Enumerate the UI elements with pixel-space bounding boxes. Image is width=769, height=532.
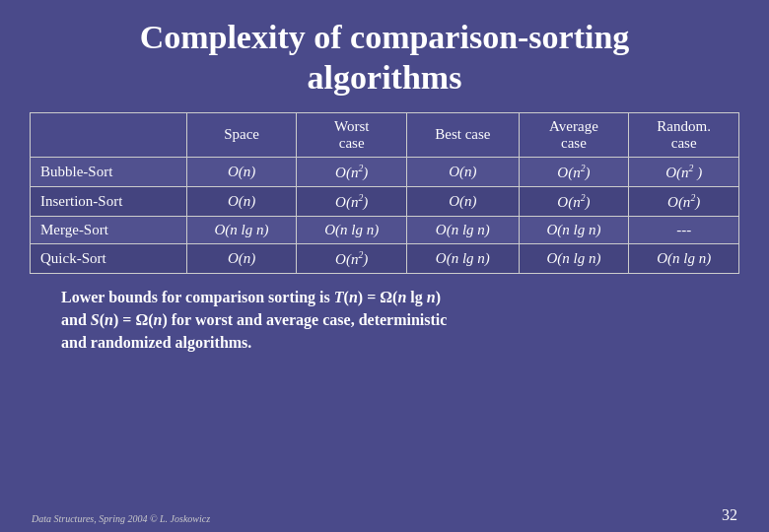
row-avg-merge: O(n lg n) <box>519 216 629 243</box>
slide: Complexity of comparison-sorting algorit… <box>0 0 769 532</box>
bottom-row: Data Structures, Spring 2004 © L. Joskow… <box>32 506 737 524</box>
row-best-quick: O(n lg n) <box>407 243 520 273</box>
row-worst-insertion: O(n2) <box>297 186 407 216</box>
table-wrapper: Space Worstcase Best case Averagecase Ra… <box>30 112 739 274</box>
row-avg-quick: O(n lg n) <box>519 243 629 273</box>
row-worst-bubble: O(n2) <box>297 157 407 186</box>
row-name-quick: Quick-Sort <box>31 243 187 273</box>
row-worst-merge: O(n lg n) <box>297 216 407 243</box>
row-worst-quick: O(n2) <box>297 243 407 273</box>
row-name-bubble: Bubble-Sort <box>31 157 187 186</box>
table-row: Merge-Sort O(n lg n) O(n lg n) O(n lg n)… <box>31 216 739 243</box>
footer-line3: and randomized algorithms. <box>61 331 769 354</box>
row-space-quick: O(n) <box>186 243 297 273</box>
table-row: Bubble-Sort O(n) O(n2) O(n) O(n2) O(n2 ) <box>31 157 739 186</box>
footer-text: Lower bounds for comparison sorting is T… <box>61 286 769 355</box>
row-rand-insertion: O(n2) <box>629 186 739 216</box>
header-average: Averagecase <box>519 112 629 157</box>
page-number: 32 <box>722 506 737 524</box>
footer-line2: and S(n) = Ω(n) for worst and average ca… <box>61 308 769 331</box>
table-row: Insertion-Sort O(n) O(n2) O(n) O(n2) O(n… <box>31 186 739 216</box>
header-best: Best case <box>407 112 520 157</box>
slide-title: Complexity of comparison-sorting algorit… <box>140 18 630 99</box>
row-space-insertion: O(n) <box>186 186 297 216</box>
row-best-insertion: O(n) <box>407 186 520 216</box>
table-header-row: Space Worstcase Best case Averagecase Ra… <box>31 112 739 157</box>
row-space-bubble: O(n) <box>186 157 297 186</box>
row-name-insertion: Insertion-Sort <box>31 186 187 216</box>
table-row: Quick-Sort O(n) O(n2) O(n lg n) O(n lg n… <box>31 243 739 273</box>
row-avg-bubble: O(n2) <box>519 157 629 186</box>
source-credit: Data Structures, Spring 2004 © L. Joskow… <box>32 513 210 524</box>
complexity-table: Space Worstcase Best case Averagecase Ra… <box>30 112 739 274</box>
row-rand-quick: O(n lg n) <box>629 243 739 273</box>
row-best-bubble: O(n) <box>407 157 520 186</box>
title-line2: algorithms <box>308 59 462 96</box>
title-line1: Complexity of comparison-sorting <box>140 19 630 55</box>
row-space-merge: O(n lg n) <box>186 216 297 243</box>
header-name <box>31 112 187 157</box>
footer-line1: Lower bounds for comparison sorting is T… <box>61 286 769 308</box>
header-space: Space <box>186 112 297 157</box>
header-worst: Worstcase <box>297 112 407 157</box>
row-name-merge: Merge-Sort <box>31 216 187 243</box>
row-rand-bubble: O(n2 ) <box>629 157 739 186</box>
row-rand-merge: --- <box>629 216 739 243</box>
row-best-merge: O(n lg n) <box>407 216 520 243</box>
row-avg-insertion: O(n2) <box>519 186 629 216</box>
header-random: Random.case <box>629 112 739 157</box>
